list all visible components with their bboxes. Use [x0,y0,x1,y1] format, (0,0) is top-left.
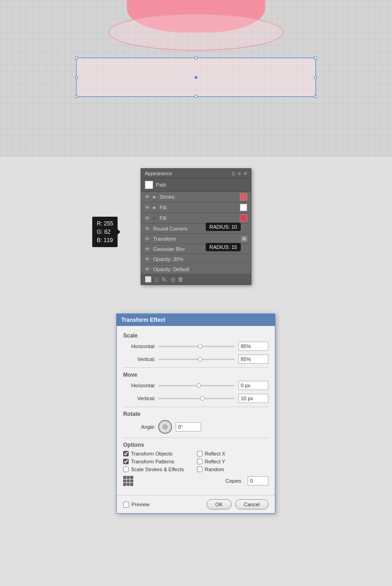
radius-10-text: RADIUS: 10 [209,224,237,230]
panel-collapse-button[interactable]: ⟨⟨ [232,171,235,176]
appearance-panel: Appearance ⟨⟨ ≡ ✕ Path 👁 ▶ Stroke: 👁 ▶ F… [141,168,251,285]
grid-icon [123,476,133,486]
reflect-y-checkbox[interactable] [197,459,202,464]
eye-icon-round[interactable]: 👁 [145,226,151,231]
duplicate-icon[interactable]: ◻ [154,276,159,283]
scale-v-input[interactable] [238,355,268,364]
move-h-input[interactable] [238,381,268,390]
copies-row: Copies [123,476,268,486]
arrow-icon-fill2[interactable]: ▶ [153,216,158,220]
bottom-panel: R: 255 G: 82 B: 119 Appearance ⟨⟨ ≡ ✕ Pa… [0,157,392,586]
new-layer-icon[interactable]: ⬜ [145,276,152,283]
reflect-y-row: Reflect Y [197,459,268,464]
handle-tm[interactable] [195,57,197,59]
transform-objects-row: Transform Objects [123,451,195,456]
angle-input[interactable] [176,422,201,432]
angle-dial[interactable] [158,420,172,434]
fill-red-row: 👁 ▶ Fill: [141,213,251,224]
options-section-label: Options [123,442,268,448]
selection-center [195,76,197,78]
move-v-thumb[interactable] [200,396,205,401]
panel-title: Appearance [145,171,172,176]
cancel-button[interactable]: Cancel [235,499,268,509]
eye-icon-opacity-default[interactable]: 👁 [145,266,151,272]
handle-bm[interactable] [195,95,197,98]
panel-menu-button[interactable]: ≡ [238,171,241,176]
scale-v-label: Vertical: [123,356,155,362]
dialog-footer: Preview OK Cancel [117,495,275,513]
handle-br[interactable] [314,95,317,98]
handle-bl[interactable] [75,95,78,98]
panel-titlebar-buttons: ⟨⟨ ≡ ✕ [232,171,247,176]
random-row: Random [197,467,268,472]
transform-row: 👁 Transform fx [141,234,251,244]
fx-icon[interactable]: fx. [162,276,168,283]
delete-icon[interactable]: 🗑 [178,276,184,283]
stroke-swatch[interactable] [240,193,247,201]
eye-icon-fill1[interactable]: 👁 [145,205,151,210]
eye-icon-fill2[interactable]: 👁 [145,215,151,221]
move-h-slider[interactable] [158,385,235,386]
grid-dot-9 [130,483,133,486]
scale-h-label: Horizontal: [123,343,155,349]
transform-patterns-row: Transform Patterns [123,459,195,464]
copies-input[interactable] [248,476,268,485]
radius-15-text: RADIUS: 15 [209,244,237,250]
rotate-section-label: Rotate [123,411,268,417]
reflect-y-label: Reflect Y [205,459,225,464]
arrow-icon-fill1[interactable]: ▶ [153,205,158,210]
handle-mr[interactable] [314,76,317,79]
transform-objects-checkbox[interactable] [123,451,129,456]
opacity-30-row: 👁 Opacity: 30% [141,254,251,264]
fill2-swatch[interactable] [240,214,247,222]
random-checkbox[interactable] [197,467,202,472]
preview-checkbox[interactable] [123,502,129,508]
grid-dot-6 [130,479,133,483]
ok-button[interactable]: OK [207,499,232,509]
reflect-x-label: Reflect X [205,451,226,456]
divider-1 [123,367,268,368]
color-b: B: 119 [97,237,113,243]
transform-patterns-checkbox[interactable] [123,459,129,464]
eye-icon-blur[interactable]: 👁 [145,246,151,252]
fill1-label: Fill: [160,205,240,210]
scale-strokes-row: Scale Strokes & Effects [123,467,195,472]
move-h-label: Horizontal: [123,383,155,388]
stroke-row: 👁 ▶ Stroke: [141,192,251,202]
preview-label: Preview [131,502,149,507]
radius-10-tooltip: RADIUS: 10 [206,223,241,231]
reflect-x-row: Reflect X [197,451,268,456]
handle-tr[interactable] [314,57,317,59]
scale-h-slider[interactable] [158,346,235,347]
move-h-thumb[interactable] [196,383,201,388]
scale-v-slider[interactable] [158,359,235,360]
options-grid: Transform Objects Reflect X Transform Pa… [123,451,268,472]
scale-h-thumb[interactable] [198,344,202,349]
fill1-swatch[interactable] [240,204,247,211]
eye-icon-stroke[interactable]: 👁 [145,194,151,200]
grid-dot-4 [123,479,126,483]
move-v-input[interactable] [238,394,268,403]
eye-icon-opacity30[interactable]: 👁 [145,256,151,262]
scale-h-input[interactable] [238,342,268,351]
copies-label: Copies [226,478,241,484]
reflect-x-checkbox[interactable] [197,451,202,456]
scale-v-thumb[interactable] [198,357,202,361]
eye-icon-transform[interactable]: 👁 [145,236,151,242]
fill2-label: Fill: [160,215,240,221]
handle-tl[interactable] [75,57,78,59]
pink-ellipse [108,14,284,51]
panel-titlebar: Appearance ⟨⟨ ≡ ✕ [141,169,251,178]
hide-icon[interactable]: ◎ [171,276,175,283]
handle-ml[interactable] [75,76,78,79]
divider-3 [123,438,268,438]
panel-close-button[interactable]: ✕ [244,171,247,176]
color-g: G: 82 [97,229,110,235]
random-label: Random [205,467,224,472]
arrow-icon-stroke[interactable]: ▶ [153,195,158,199]
preview-row: Preview [123,502,203,508]
scale-strokes-checkbox[interactable] [123,467,129,472]
grid-dot-8 [127,483,130,486]
move-v-slider[interactable] [158,398,235,399]
selection-box[interactable] [76,58,316,97]
